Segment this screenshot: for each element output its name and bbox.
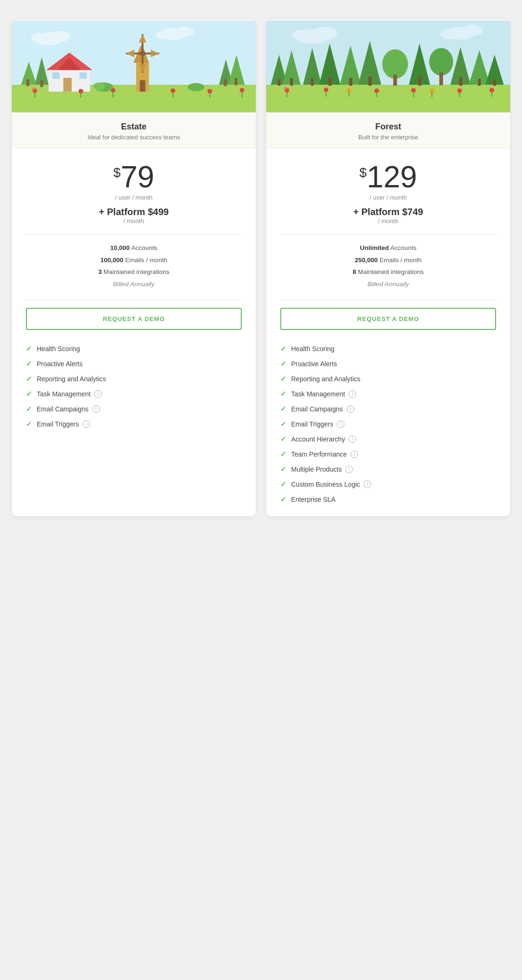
- svg-rect-57: [266, 85, 510, 112]
- svg-point-48: [93, 82, 105, 90]
- svg-point-53: [292, 30, 312, 40]
- plans-container: Estate Ideal for dedicated success teams…: [11, 19, 511, 517]
- feature-custom-business-logic: ✓ Custom Business Logic i: [280, 477, 496, 492]
- svg-point-74: [429, 48, 453, 76]
- check-icon: ✓: [26, 420, 32, 428]
- estate-price-per: / user / month: [26, 194, 242, 201]
- svg-rect-21: [80, 72, 87, 79]
- forest-plan-name: Forest: [276, 122, 501, 132]
- feature-label: Team Performance: [291, 450, 347, 458]
- feature-reporting: ✓ Reporting and Analytics: [26, 371, 242, 386]
- svg-rect-13: [224, 79, 227, 86]
- svg-point-55: [461, 25, 483, 36]
- svg-rect-65: [328, 77, 332, 86]
- estate-platform-per: / month: [26, 217, 242, 225]
- forest-demo-button[interactable]: REQUEST A DEMO: [280, 308, 496, 330]
- estate-specs: 10,000 Accounts 100,000 Emails / month 3…: [26, 242, 242, 290]
- estate-spec-billing: Billed Annually: [26, 278, 242, 290]
- feature-task-management: ✓ Task Management i: [26, 386, 242, 402]
- svg-rect-73: [418, 77, 422, 86]
- info-icon[interactable]: i: [349, 435, 356, 443]
- svg-point-35: [32, 88, 35, 90]
- svg-rect-77: [459, 77, 463, 86]
- feature-proactive-alerts: ✓ Proactive Alerts: [26, 356, 242, 371]
- info-icon[interactable]: i: [337, 420, 344, 428]
- feature-label: Custom Business Logic: [291, 481, 360, 488]
- svg-point-5: [175, 27, 194, 37]
- feature-health-scoring: ✓ Health Scoring: [280, 341, 496, 356]
- forest-tagline: Built for the enterprise: [276, 134, 501, 141]
- feature-health-scoring: ✓ Health Scoring: [26, 341, 242, 356]
- check-icon: ✓: [280, 405, 286, 413]
- svg-rect-81: [493, 80, 496, 86]
- svg-rect-9: [41, 80, 43, 87]
- check-icon: ✓: [280, 420, 286, 428]
- feature-email-campaigns: ✓ Email Campaigns i: [26, 402, 242, 417]
- feature-email-triggers: ✓ Email Triggers i: [26, 417, 242, 432]
- svg-point-49: [188, 83, 204, 91]
- feature-label: Task Management: [291, 390, 345, 398]
- feature-label: Multiple Products: [291, 466, 342, 473]
- info-icon[interactable]: i: [364, 481, 371, 488]
- forest-header: Forest Built for the enterprise: [266, 113, 510, 149]
- forest-price-per: / user / month: [280, 194, 496, 201]
- feature-email-triggers: ✓ Email Triggers i: [280, 417, 496, 432]
- forest-spec-accounts: Unlimited Accounts: [280, 242, 496, 254]
- check-icon: ✓: [280, 390, 286, 398]
- feature-multiple-products: ✓ Multiple Products i: [280, 462, 496, 477]
- estate-illustration: [12, 19, 256, 113]
- feature-account-hierarchy: ✓ Account Hierarchy i: [280, 432, 496, 447]
- feature-label: Proactive Alerts: [37, 360, 82, 368]
- feature-reporting: ✓ Reporting and Analytics: [280, 371, 496, 386]
- forest-divider-2: [280, 300, 496, 300]
- svg-rect-11: [26, 79, 29, 86]
- forest-illustration: [266, 19, 510, 113]
- estate-divider: [26, 234, 242, 234]
- estate-spec-emails: 100,000 Emails / month: [26, 254, 242, 266]
- svg-rect-15: [235, 78, 237, 85]
- svg-rect-71: [393, 75, 397, 86]
- check-icon: ✓: [280, 450, 286, 458]
- feature-label: Email Campaigns: [291, 405, 343, 413]
- svg-rect-7: [12, 85, 256, 112]
- estate-price: $79: [114, 160, 155, 194]
- plan-card-estate: Estate Ideal for dedicated success teams…: [11, 19, 256, 517]
- forest-spec-emails: 250,000 Emails / month: [280, 254, 496, 266]
- info-icon[interactable]: i: [347, 405, 354, 413]
- feature-label: Health Scoring: [37, 345, 80, 353]
- forest-spec-billing: Billed Annually: [280, 278, 496, 290]
- info-icon[interactable]: i: [349, 390, 356, 398]
- forest-platform-per: / month: [280, 217, 496, 225]
- feature-email-campaigns: ✓ Email Campaigns i: [280, 402, 496, 417]
- info-icon[interactable]: i: [82, 420, 90, 428]
- estate-divider-2: [26, 300, 242, 300]
- feature-label: Health Scoring: [291, 345, 334, 353]
- svg-rect-75: [439, 72, 443, 85]
- estate-price-row: $79: [26, 162, 242, 192]
- estate-feature-list: ✓ Health Scoring ✓ Proactive Alerts ✓ Re…: [26, 341, 242, 432]
- forest-specs: Unlimited Accounts 250,000 Emails / mont…: [280, 242, 496, 290]
- check-icon: ✓: [280, 495, 286, 504]
- check-icon: ✓: [26, 345, 32, 353]
- svg-point-33: [140, 51, 146, 56]
- info-icon[interactable]: i: [351, 450, 358, 458]
- check-icon: ✓: [26, 360, 32, 368]
- feature-label: Email Campaigns: [37, 405, 89, 413]
- svg-point-2: [50, 31, 70, 42]
- info-icon[interactable]: i: [345, 466, 353, 473]
- feature-team-performance: ✓ Team Performance i: [280, 447, 496, 462]
- svg-point-52: [313, 27, 337, 40]
- estate-platform-fee: + Platform $499: [26, 207, 242, 217]
- feature-label: Task Management: [37, 390, 90, 398]
- svg-rect-67: [349, 78, 352, 86]
- forest-body: $129 / user / month + Platform $749 / mo…: [266, 149, 510, 516]
- check-icon: ✓: [280, 345, 286, 353]
- svg-rect-20: [52, 72, 60, 79]
- forest-platform-fee: + Platform $749: [280, 207, 496, 217]
- svg-point-56: [440, 29, 458, 40]
- feature-label: Reporting and Analytics: [37, 375, 106, 383]
- info-icon[interactable]: i: [94, 390, 102, 398]
- check-icon: ✓: [26, 390, 32, 398]
- estate-demo-button[interactable]: REQUEST A DEMO: [26, 308, 242, 330]
- info-icon[interactable]: i: [92, 405, 100, 413]
